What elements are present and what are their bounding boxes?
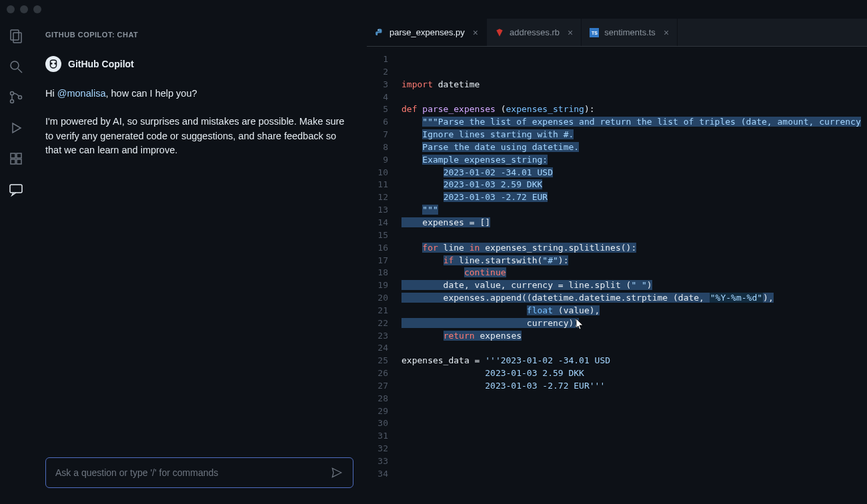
- svg-rect-1: [13, 33, 21, 43]
- svg-point-4: [11, 92, 14, 95]
- line-number: 30: [367, 417, 388, 430]
- svg-line-3: [18, 69, 22, 73]
- line-number: 1: [367, 53, 388, 66]
- run-debug-icon[interactable]: [8, 120, 24, 136]
- line-number: 16: [367, 242, 388, 255]
- code-line[interactable]: return expenses: [401, 330, 867, 343]
- chat-input[interactable]: [55, 467, 330, 478]
- tab-label: addresses.rb: [510, 27, 560, 37]
- chat-disclaimer: I'm powered by AI, so surprises and mist…: [45, 115, 353, 158]
- tab-label: parse_expenses.py: [389, 27, 465, 37]
- line-number: 24: [367, 342, 388, 355]
- line-number: 10: [367, 167, 388, 179]
- line-number: 25: [367, 355, 388, 367]
- code-line[interactable]: [401, 430, 867, 443]
- line-number: 6: [367, 116, 388, 129]
- copilot-chat-icon[interactable]: [8, 181, 24, 197]
- send-icon[interactable]: [330, 466, 343, 479]
- code-line[interactable]: expenses_data = '''2023-01-02 -34.01 USD: [401, 355, 867, 367]
- line-number: 23: [367, 330, 388, 343]
- code-line[interactable]: [401, 91, 867, 104]
- code-editor[interactable]: 1234567891011121314151617181920212223242…: [367, 47, 867, 504]
- svg-point-5: [11, 100, 14, 103]
- chat-greeting: Hi @monalisa, how can I help you?: [45, 87, 353, 101]
- line-number: 8: [367, 141, 388, 154]
- code-line[interactable]: [401, 443, 867, 455]
- code-line[interactable]: import datetime: [401, 79, 867, 91]
- code-line[interactable]: 2023-01-03 2.59 DKK: [401, 179, 867, 191]
- code-line[interactable]: 2023-01-03 2.59 DKK: [401, 367, 867, 380]
- mention: @monalisa: [57, 88, 106, 99]
- ruby-file-icon: [495, 28, 504, 37]
- editor-area: parse_expenses.py×addresses.rb×TSsentime…: [367, 19, 867, 504]
- tab-parse_expenses-py[interactable]: parse_expenses.py×: [367, 19, 487, 46]
- window-maximize-icon[interactable]: [33, 5, 41, 13]
- code-line[interactable]: Example expenses_string:: [401, 154, 867, 167]
- svg-rect-0: [11, 30, 19, 40]
- code-line[interactable]: """Parse the list of expenses and return…: [401, 116, 867, 129]
- svg-rect-10: [11, 159, 15, 164]
- code-line[interactable]: Parse the date using datetime.: [401, 141, 867, 154]
- code-line[interactable]: expenses = []: [401, 217, 867, 229]
- copilot-avatar-icon: [45, 56, 61, 72]
- line-number: 17: [367, 255, 388, 267]
- line-number: 11: [367, 179, 388, 191]
- code-line[interactable]: 2023-01-03 -2.72 EUR: [401, 191, 867, 204]
- code-line[interactable]: if line.startswith("#"):: [401, 255, 867, 267]
- code-line[interactable]: [401, 405, 867, 418]
- titlebar: [0, 0, 867, 19]
- code-line[interactable]: [401, 417, 867, 430]
- code-line[interactable]: Ignore lines starting with #.: [401, 129, 867, 141]
- code-content[interactable]: import datetimedef parse_expenses (expen…: [401, 53, 867, 504]
- code-line[interactable]: [401, 493, 867, 504]
- copilot-name: GitHub Copilot: [68, 59, 134, 69]
- code-line[interactable]: date, value, currency = line.split (" "): [401, 279, 867, 292]
- svg-point-2: [11, 61, 19, 69]
- chat-input-container[interactable]: [45, 457, 353, 488]
- svg-point-15: [378, 29, 379, 30]
- code-line[interactable]: 2023-01-02 -34.01 USD: [401, 167, 867, 179]
- code-line[interactable]: [401, 455, 867, 468]
- code-line[interactable]: 2023-01-03 -2.72 EUR''': [401, 380, 867, 393]
- line-number: 31: [367, 430, 388, 443]
- line-number: 14: [367, 217, 388, 229]
- line-number: 20: [367, 292, 388, 305]
- window-close-icon[interactable]: [7, 5, 15, 13]
- close-icon[interactable]: ×: [568, 27, 573, 38]
- python-file-icon: [375, 28, 384, 37]
- line-number: 26: [367, 367, 388, 380]
- close-icon[interactable]: ×: [473, 27, 478, 38]
- code-line[interactable]: [401, 468, 867, 481]
- panel-title: GITHUB COPILOT: CHAT: [45, 31, 353, 39]
- code-line[interactable]: [401, 342, 867, 355]
- copilot-header: GitHub Copilot: [45, 56, 353, 72]
- line-number: 2: [367, 66, 388, 79]
- code-line[interactable]: [401, 481, 867, 493]
- line-number: 34: [367, 468, 388, 481]
- source-control-icon[interactable]: [8, 89, 24, 105]
- code-line[interactable]: def parse_expenses (expenses_string):: [401, 103, 867, 116]
- close-icon[interactable]: ×: [664, 27, 669, 38]
- code-line[interactable]: """: [401, 204, 867, 217]
- line-number: 15: [367, 229, 388, 242]
- line-number: 5: [367, 103, 388, 116]
- code-line[interactable]: currency)): [401, 317, 867, 330]
- explorer-icon[interactable]: [8, 28, 24, 44]
- copilot-chat-panel: GITHUB COPILOT: CHAT GitHub Copilot Hi @…: [32, 19, 367, 504]
- line-number: 28: [367, 393, 388, 405]
- search-icon[interactable]: [8, 59, 24, 75]
- line-number: 22: [367, 317, 388, 330]
- activity-bar: [0, 19, 32, 504]
- line-number: 29: [367, 405, 388, 418]
- code-line[interactable]: [401, 393, 867, 405]
- code-line[interactable]: expenses.append((datetime.datetime.strpt…: [401, 292, 867, 305]
- window-minimize-icon[interactable]: [20, 5, 28, 13]
- tab-sentiments-ts[interactable]: TSsentiments.ts×: [582, 19, 678, 46]
- tab-addresses-rb[interactable]: addresses.rb×: [487, 19, 582, 46]
- extensions-icon[interactable]: [8, 151, 24, 167]
- code-line[interactable]: [401, 229, 867, 242]
- svg-marker-7: [13, 123, 21, 133]
- code-line[interactable]: continue: [401, 267, 867, 279]
- code-line[interactable]: float (value),: [401, 305, 867, 317]
- code-line[interactable]: for line in expenses_string.splitlines()…: [401, 242, 867, 255]
